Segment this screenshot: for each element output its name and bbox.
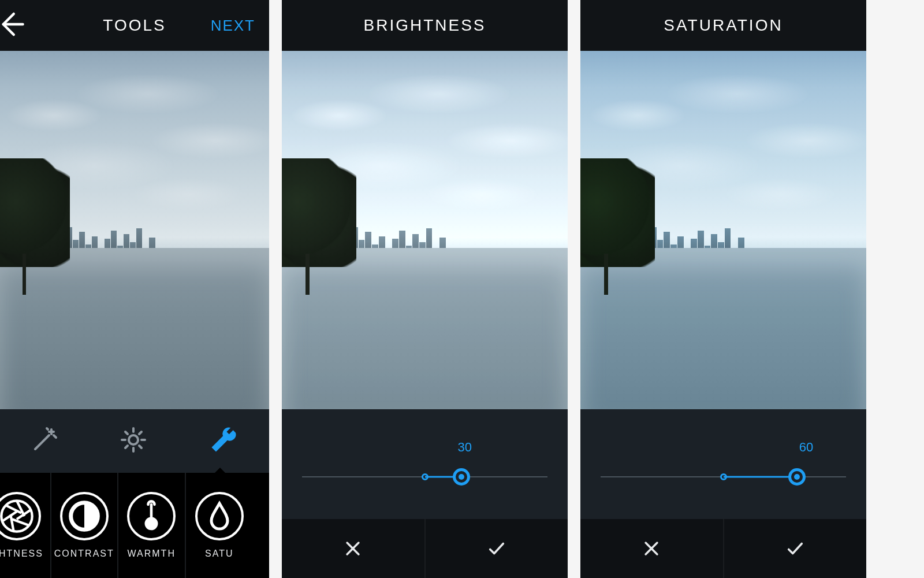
editor-screen-saturation: SATURATION 60 bbox=[580, 0, 866, 578]
brightness-slider[interactable] bbox=[302, 465, 548, 488]
tool-label: WARMTH bbox=[128, 549, 176, 559]
editor-screen-brightness: BRIGHTNESS 30 bbox=[282, 0, 568, 578]
svg-line-13 bbox=[125, 446, 128, 448]
svg-line-18 bbox=[12, 519, 29, 525]
svg-line-12 bbox=[139, 446, 141, 448]
tab-brightness[interactable] bbox=[120, 426, 147, 456]
svg-point-6 bbox=[129, 435, 138, 444]
check-icon bbox=[784, 539, 807, 558]
saturation-slider[interactable] bbox=[601, 465, 847, 488]
tool-label: CONTRAST bbox=[54, 549, 114, 559]
nav-title: BRIGHTNESS bbox=[363, 16, 486, 35]
svg-line-5 bbox=[47, 428, 48, 429]
check-icon bbox=[485, 539, 508, 558]
editor-tab-bar bbox=[0, 409, 269, 473]
confirm-button[interactable] bbox=[724, 519, 867, 578]
svg-line-11 bbox=[125, 432, 128, 434]
svg-line-1 bbox=[35, 435, 49, 449]
tool-brightness[interactable]: GHTNESS bbox=[0, 473, 51, 578]
nav-title: SATURATION bbox=[664, 16, 783, 35]
slider-panel: 60 bbox=[580, 409, 866, 519]
confirm-bar bbox=[580, 519, 866, 578]
svg-point-15 bbox=[2, 501, 32, 531]
wrench-icon bbox=[208, 425, 239, 455]
photo-preview bbox=[580, 51, 866, 409]
brightness-sun-icon bbox=[120, 426, 147, 454]
confirm-bar bbox=[282, 519, 568, 578]
slider-panel: 30 bbox=[282, 409, 568, 519]
editor-screen-tools: TOOLS NEXT bbox=[0, 0, 269, 578]
half-circle-icon bbox=[60, 492, 109, 540]
next-button[interactable]: NEXT bbox=[211, 17, 255, 35]
svg-line-4 bbox=[54, 435, 56, 438]
nav-bar: BRIGHTNESS bbox=[282, 0, 568, 51]
confirm-button[interactable] bbox=[426, 519, 568, 578]
slider-value: 30 bbox=[458, 440, 472, 455]
svg-line-19 bbox=[11, 514, 14, 531]
tool-warmth[interactable]: WARMTH bbox=[118, 473, 186, 578]
tree bbox=[0, 158, 70, 295]
aperture-icon bbox=[0, 492, 41, 540]
nav-bar: TOOLS NEXT bbox=[0, 0, 269, 51]
close-icon bbox=[343, 539, 363, 558]
droplet-icon bbox=[195, 492, 244, 540]
tool-label: GHTNESS bbox=[0, 549, 43, 559]
tool-label: SATU bbox=[205, 549, 233, 559]
tool-contrast[interactable]: CONTRAST bbox=[51, 473, 119, 578]
cancel-button[interactable] bbox=[282, 519, 426, 578]
tab-tools[interactable] bbox=[208, 425, 239, 457]
cancel-button[interactable] bbox=[580, 519, 724, 578]
tool-strip[interactable]: GHTNESS CONTRAST WARMTH SATU bbox=[0, 473, 269, 578]
photo-preview bbox=[282, 51, 568, 409]
tab-lux[interactable] bbox=[31, 426, 58, 456]
close-icon bbox=[642, 539, 661, 558]
svg-line-14 bbox=[139, 432, 141, 434]
back-button[interactable] bbox=[0, 9, 25, 42]
svg-point-23 bbox=[146, 518, 157, 529]
tool-saturation[interactable]: SATU bbox=[186, 473, 254, 578]
magic-wand-icon bbox=[31, 426, 58, 454]
photo-preview bbox=[0, 51, 269, 409]
back-arrow-icon bbox=[0, 9, 25, 40]
thermometer-icon bbox=[127, 492, 176, 540]
slider-value: 60 bbox=[799, 440, 813, 455]
nav-title: TOOLS bbox=[103, 16, 166, 35]
nav-bar: SATURATION bbox=[580, 0, 866, 51]
